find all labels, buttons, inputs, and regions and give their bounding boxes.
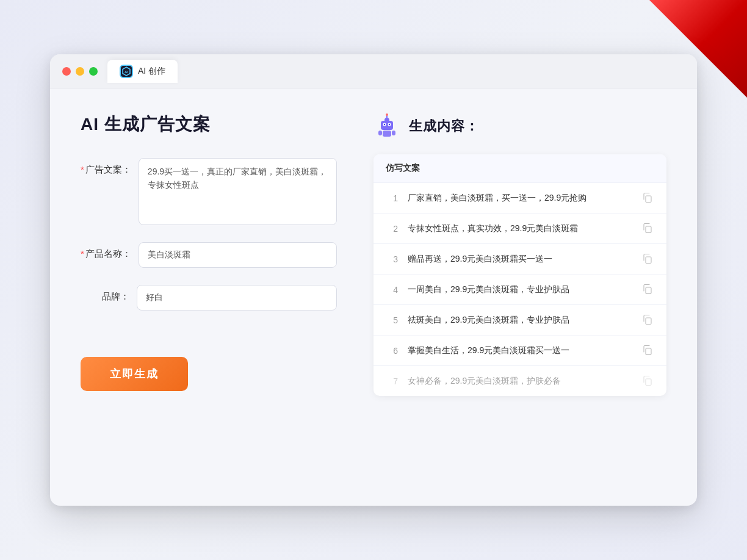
svg-rect-18 — [646, 348, 651, 355]
product-name-group: *产品名称： — [81, 242, 337, 268]
table-row: 2专抹女性斑点，真实功效，29.9元美白淡斑霜 — [374, 214, 666, 244]
product-name-input[interactable] — [139, 242, 337, 268]
row-number: 1 — [386, 193, 398, 203]
row-text: 专抹女性斑点，真实功效，29.9元美白淡斑霜 — [408, 222, 632, 235]
svg-rect-19 — [646, 379, 651, 386]
copy-icon[interactable] — [642, 192, 654, 204]
right-panel: 生成内容： 仿写文案 1厂家直销，美白淡斑霜，买一送一，29.9元抢购 2专抹女… — [374, 113, 666, 481]
required-star-1: * — [81, 164, 84, 174]
svg-rect-12 — [392, 131, 395, 135]
svg-rect-14 — [646, 226, 651, 233]
row-number: 6 — [386, 346, 398, 356]
table-row: 3赠品再送，29.9元美白淡斑霜买一送一 — [374, 244, 666, 275]
ad-copy-input[interactable]: 29.9买一送一，真正的厂家直销，美白淡斑霜，专抹女性斑点 — [139, 158, 337, 225]
copy-icon[interactable] — [642, 375, 654, 387]
row-text: 祛斑美白，29.9元美白淡斑霜，专业护肤品 — [408, 314, 632, 326]
table-row: 5祛斑美白，29.9元美白淡斑霜，专业护肤品 — [374, 305, 666, 336]
brand-label: 品牌： — [81, 285, 129, 303]
tab-label: AI 创作 — [138, 66, 165, 77]
right-title: 生成内容： — [409, 117, 479, 135]
table-row: 6掌握美白生活，29.9元美白淡斑霜买一送一 — [374, 336, 666, 366]
svg-rect-10 — [383, 131, 391, 137]
browser-content: AI 生成广告文案 *广告文案： 29.9买一送一，真正的厂家直销，美白淡斑霜，… — [50, 88, 697, 506]
row-text: 一周美白，29.9元美白淡斑霜，专业护肤品 — [408, 283, 632, 296]
ad-copy-label: *广告文案： — [81, 158, 131, 176]
svg-text:AI: AI — [125, 70, 128, 74]
svg-point-9 — [389, 124, 390, 125]
row-number: 4 — [386, 285, 398, 295]
svg-rect-11 — [378, 131, 382, 135]
copy-icon[interactable] — [642, 253, 654, 265]
ad-copy-group: *广告文案： 29.9买一送一，真正的厂家直销，美白淡斑霜，专抹女性斑点 — [81, 158, 337, 225]
svg-rect-17 — [646, 318, 651, 325]
required-star-2: * — [81, 248, 84, 259]
page-title: AI 生成广告文案 — [81, 113, 337, 136]
row-number: 2 — [386, 224, 398, 234]
row-text: 女神必备，29.9元美白淡斑霜，护肤必备 — [408, 375, 632, 387]
maximize-button[interactable] — [89, 67, 98, 76]
brand-input[interactable] — [137, 285, 337, 311]
results-header: 仿写文案 — [374, 154, 666, 183]
svg-point-4 — [386, 113, 388, 116]
copy-icon[interactable] — [642, 345, 654, 357]
svg-rect-13 — [646, 196, 651, 203]
results-container: 1厂家直销，美白淡斑霜，买一送一，29.9元抢购 2专抹女性斑点，真实功效，29… — [374, 183, 666, 396]
brand-group: 品牌： — [81, 285, 337, 311]
svg-rect-5 — [381, 121, 393, 130]
table-row: 4一周美白，29.9元美白淡斑霜，专业护肤品 — [374, 275, 666, 305]
row-number: 7 — [386, 376, 398, 386]
svg-rect-15 — [646, 257, 651, 264]
right-header: 生成内容： — [374, 113, 666, 140]
traffic-lights — [62, 67, 98, 76]
browser-chrome: AI AI 创作 — [50, 54, 697, 88]
copy-icon[interactable] — [642, 284, 654, 296]
row-number: 5 — [386, 315, 398, 325]
svg-point-8 — [384, 124, 385, 125]
close-button[interactable] — [62, 67, 71, 76]
browser-window: AI AI 创作 AI 生成广告文案 *广告文案： 29.9买一送一，真正的厂家… — [50, 54, 697, 506]
copy-icon[interactable] — [642, 223, 654, 235]
copy-icon[interactable] — [642, 314, 654, 326]
row-number: 3 — [386, 254, 398, 264]
row-text: 掌握美白生活，29.9元美白淡斑霜买一送一 — [408, 344, 632, 357]
browser-tab[interactable]: AI AI 创作 — [107, 60, 178, 83]
table-row: 1厂家直销，美白淡斑霜，买一送一，29.9元抢购 — [374, 183, 666, 214]
minimize-button[interactable] — [76, 67, 84, 76]
row-text: 赠品再送，29.9元美白淡斑霜买一送一 — [408, 253, 632, 265]
svg-rect-16 — [646, 287, 651, 294]
table-row: 7女神必备，29.9元美白淡斑霜，护肤必备 — [374, 366, 666, 396]
row-text: 厂家直销，美白淡斑霜，买一送一，29.9元抢购 — [408, 192, 632, 204]
product-name-label: *产品名称： — [81, 242, 131, 260]
generate-button[interactable]: 立即生成 — [81, 357, 188, 391]
left-panel: AI 生成广告文案 *广告文案： 29.9买一送一，真正的厂家直销，美白淡斑霜，… — [81, 113, 337, 481]
results-table: 仿写文案 1厂家直销，美白淡斑霜，买一送一，29.9元抢购 2专抹女性斑点，真实… — [374, 154, 666, 396]
tab-ai-icon: AI — [120, 65, 133, 78]
robot-icon — [374, 113, 400, 140]
